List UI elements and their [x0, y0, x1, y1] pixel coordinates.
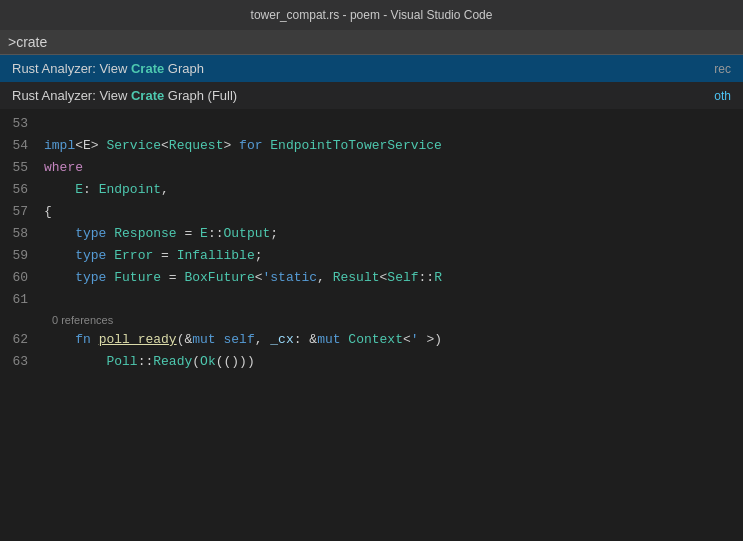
line-content-56: E: Endpoint, [44, 179, 169, 201]
line-content-63: Poll::Ready(Ok(())) [44, 351, 255, 373]
line-number-61: 61 [8, 289, 44, 311]
line-number-59: 59 [8, 245, 44, 267]
code-line-63: 63 Poll::Ready(Ok(())) [0, 351, 743, 373]
line-number-54: 54 [8, 135, 44, 157]
suggestion-shortcut-2: oth [714, 89, 731, 103]
command-palette: Rust Analyzer: View Crate Graph rec Rust… [0, 30, 743, 109]
suggestion-item-2[interactable]: Rust Analyzer: View Crate Graph (Full) o… [0, 82, 743, 109]
line-content-60: type Future = BoxFuture<'static, Result<… [44, 267, 442, 289]
code-line-62: 62 fn poll_ready(&mut self, _cx: &mut Co… [0, 329, 743, 351]
code-line-61: 61 [0, 289, 743, 311]
code-line-56: 56 E: Endpoint, [0, 179, 743, 201]
line-number-63: 63 [8, 351, 44, 373]
suggestion-item-1[interactable]: Rust Analyzer: View Crate Graph rec [0, 55, 743, 82]
line-number-60: 60 [8, 267, 44, 289]
code-line-58: 58 type Response = E::Output; [0, 223, 743, 245]
code-editor: 53 54 impl<E> Service<Request> for Endpo… [0, 109, 743, 373]
command-input-container [0, 30, 743, 55]
line-content-62: fn poll_ready(&mut self, _cx: &mut Conte… [44, 329, 442, 351]
line-number-58: 58 [8, 223, 44, 245]
code-line-53: 53 [0, 113, 743, 135]
code-line-55: 55 where [0, 157, 743, 179]
suggestion-highlight-2: Crate [131, 88, 164, 103]
code-line-54: 54 impl<E> Service<Request> for Endpoint… [0, 135, 743, 157]
suggestion-label-1: Rust Analyzer: View Crate Graph [12, 61, 204, 76]
line-number-55: 55 [8, 157, 44, 179]
line-number-56: 56 [8, 179, 44, 201]
line-content-54: impl<E> Service<Request> for EndpointToT… [44, 135, 442, 157]
code-line-57: 57 { [0, 201, 743, 223]
code-line-60: 60 type Future = BoxFuture<'static, Resu… [0, 267, 743, 289]
line-content-55: where [44, 157, 83, 179]
line-content-57: { [44, 201, 52, 223]
suggestion-prefix-1: Rust Analyzer: View [12, 61, 131, 76]
line-number-57: 57 [8, 201, 44, 223]
line-number-53: 53 [8, 113, 44, 135]
line-content-59: type Error = Infallible; [44, 245, 263, 267]
suggestion-suffix-1: Graph [164, 61, 204, 76]
suggestion-shortcut-1: rec [714, 62, 731, 76]
line-number-62: 62 [8, 329, 44, 351]
titlebar: tower_compat.rs - poem - Visual Studio C… [0, 0, 743, 30]
suggestion-prefix-2: Rust Analyzer: View [12, 88, 131, 103]
suggestion-highlight-1: Crate [131, 61, 164, 76]
ref-hint: 0 references [0, 311, 743, 329]
line-content-58: type Response = E::Output; [44, 223, 278, 245]
suggestion-suffix-2: Graph (Full) [164, 88, 237, 103]
titlebar-text: tower_compat.rs - poem - Visual Studio C… [251, 8, 493, 22]
code-line-59: 59 type Error = Infallible; [0, 245, 743, 267]
suggestion-label-2: Rust Analyzer: View Crate Graph (Full) [12, 88, 237, 103]
command-input[interactable] [8, 34, 735, 50]
